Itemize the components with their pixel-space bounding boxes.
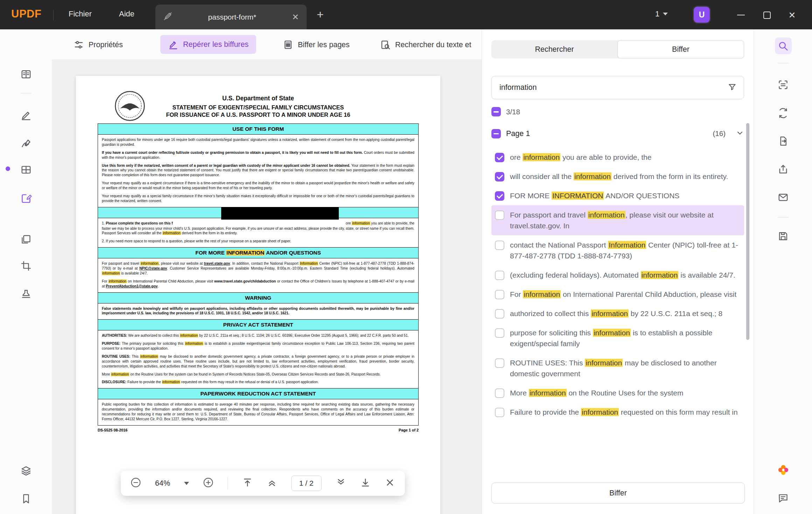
- result-checkbox[interactable]: [495, 358, 504, 368]
- scroll-to-top-button[interactable]: [242, 477, 253, 489]
- result-checkbox[interactable]: [495, 309, 504, 319]
- search-text-button[interactable]: Rechercher du texte et: [380, 36, 482, 54]
- panel-scrollbar[interactable]: [746, 123, 749, 340]
- collapse-chevron-icon[interactable]: [736, 129, 744, 138]
- ocr-icon[interactable]: [775, 76, 792, 93]
- new-tab-button[interactable]: +: [317, 8, 324, 21]
- stamp-icon[interactable]: [18, 285, 34, 302]
- redact-pages-button[interactable]: Biffer les pages: [283, 36, 350, 54]
- sliders-icon: [74, 40, 84, 50]
- share-icon[interactable]: [775, 161, 792, 178]
- organize-pages-icon[interactable]: [18, 231, 34, 248]
- maximize-button[interactable]: [762, 10, 771, 20]
- search-result-row[interactable]: ore information you are able to provide,…: [491, 148, 744, 167]
- save-icon[interactable]: [775, 228, 792, 244]
- zoom-dropdown-icon[interactable]: [184, 482, 189, 485]
- paragraph: ROUTINE USES: This information may be di…: [102, 354, 414, 369]
- search-result-row[interactable]: (excluding federal holidays). Automated …: [491, 265, 744, 285]
- paragraph: DISCLOSURE: Failure to provide the infor…: [102, 380, 414, 385]
- comment-icon[interactable]: [775, 490, 792, 506]
- edit-pdf-icon[interactable]: [18, 190, 34, 206]
- section-header-warning: WARNING: [98, 292, 419, 304]
- search-result-row[interactable]: contact the National Passport Informatio…: [491, 235, 744, 265]
- search-result-row[interactable]: For passport and travel information, ple…: [491, 205, 744, 235]
- read-mode-icon[interactable]: [18, 66, 34, 83]
- paragraph: Use this form only if the notarized, wri…: [102, 163, 414, 178]
- page-group-row[interactable]: Page 1 (16): [491, 129, 744, 138]
- search-result-row[interactable]: purpose for soliciting this information …: [491, 323, 744, 353]
- convert-icon[interactable]: [775, 105, 792, 121]
- question-1-right: ore information you are able to provide,…: [346, 221, 414, 226]
- tab-rechercher[interactable]: Rechercher: [491, 40, 617, 58]
- result-checkbox[interactable]: [495, 388, 504, 398]
- close-viewer-toolbar-button[interactable]: [385, 477, 395, 489]
- signature-icon[interactable]: [18, 135, 34, 152]
- search-result-row[interactable]: Failure to provide the information reque…: [491, 402, 744, 422]
- redact-search-panel: Rechercher Biffer 3/18 Page 1 (16) ore i…: [482, 29, 754, 514]
- document-tab[interactable]: passport-form* ✕: [155, 5, 307, 29]
- filter-icon[interactable]: [728, 83, 737, 93]
- redact-apply-button[interactable]: Biffer: [491, 483, 745, 504]
- search-result-row[interactable]: will consider all the information derive…: [491, 167, 744, 186]
- result-checkbox[interactable]: [495, 290, 504, 299]
- result-checkbox[interactable]: [495, 241, 504, 250]
- close-window-button[interactable]: ✕: [788, 10, 797, 20]
- previous-page-button[interactable]: [267, 477, 277, 489]
- properties-button[interactable]: Propriétés: [74, 36, 123, 54]
- page-indicator[interactable]: 1 / 2: [291, 476, 322, 491]
- redacted-section-header: [98, 207, 419, 218]
- result-checkbox[interactable]: [495, 210, 504, 220]
- right-sidebar: [754, 29, 812, 514]
- menu-aide[interactable]: Aide: [119, 9, 134, 19]
- questions-body: 1. Please complete the questions on this…: [98, 218, 419, 248]
- maximize-icon: [763, 12, 771, 19]
- result-text: purpose for soliciting this information …: [510, 327, 741, 349]
- scroll-to-bottom-button[interactable]: [360, 477, 371, 489]
- result-text: (excluding federal holidays). Automated …: [510, 270, 741, 280]
- page-group-checkbox[interactable]: [491, 129, 501, 138]
- avatar[interactable]: U: [694, 7, 710, 23]
- search-result-row[interactable]: For information on International Parenta…: [491, 285, 744, 304]
- ai-assistant-icon[interactable]: [775, 462, 792, 478]
- result-checkbox[interactable]: [495, 191, 504, 201]
- sidebar-divider: [20, 93, 31, 93]
- paragraph: Your request may qualify as a exigent ci…: [102, 181, 414, 191]
- zoom-in-button[interactable]: [203, 477, 214, 489]
- paragraph: If you have a current court order reflec…: [102, 150, 414, 160]
- search-result-row[interactable]: More information on the Routine Uses for…: [491, 383, 744, 402]
- search-icon[interactable]: [775, 37, 792, 54]
- search-result-row[interactable]: authorized to collect this information b…: [491, 304, 744, 323]
- window-count-dropdown[interactable]: 1: [655, 9, 668, 19]
- crop-icon[interactable]: [18, 257, 34, 274]
- annotate-icon[interactable]: [18, 106, 34, 123]
- search-input[interactable]: [492, 83, 728, 92]
- section-header-paperwork: PAPERWORK REDUCTION ACT STATEMENT: [98, 388, 419, 399]
- select-all-checkbox[interactable]: [491, 107, 501, 116]
- sidebar-divider: [778, 217, 789, 217]
- pdf-page[interactable]: U.S. Department of State STATEMENT OF EX…: [76, 76, 440, 514]
- tab-close-icon[interactable]: ✕: [292, 13, 299, 21]
- search-result-row[interactable]: ROUTINE USES: This information may be di…: [491, 353, 744, 383]
- document-viewport[interactable]: U.S. Department of State STATEMENT OF EX…: [52, 59, 482, 514]
- result-checkbox[interactable]: [495, 153, 504, 162]
- minimize-button[interactable]: [736, 10, 746, 20]
- next-page-button[interactable]: [336, 477, 346, 489]
- layers-icon[interactable]: [18, 462, 34, 479]
- bookmark-icon[interactable]: [18, 490, 34, 507]
- result-checkbox[interactable]: [495, 172, 504, 181]
- zoom-out-button[interactable]: [131, 477, 141, 489]
- result-checkbox[interactable]: [495, 271, 504, 280]
- extract-page-icon[interactable]: [775, 133, 792, 149]
- form-fields-icon[interactable]: [18, 161, 34, 178]
- search-box: [491, 76, 744, 99]
- result-checkbox[interactable]: [495, 328, 504, 338]
- paragraph: 2. If you need more space to respond to …: [102, 239, 414, 244]
- page-group-count: (16): [713, 129, 726, 138]
- tab-biffer[interactable]: Biffer: [617, 40, 744, 58]
- result-checkbox[interactable]: [495, 408, 504, 417]
- search-result-row[interactable]: FOR MORE INFORMATION AND/OR QUESTIONS: [491, 186, 744, 205]
- mail-icon[interactable]: [775, 189, 792, 206]
- menu-fichier[interactable]: Fichier: [69, 9, 92, 19]
- mark-redactions-button[interactable]: Repérer les biffures: [160, 35, 256, 54]
- use-of-form-body: Passport applications for minors under a…: [98, 134, 419, 207]
